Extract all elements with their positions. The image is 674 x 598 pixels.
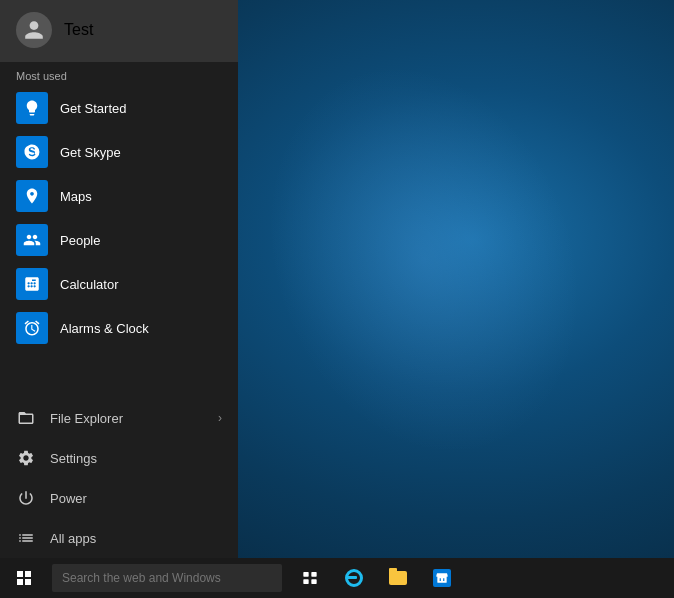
app-label: Calculator (60, 277, 119, 292)
app-label: Get Started (60, 101, 126, 116)
app-item-calculator[interactable]: Calculator (0, 262, 238, 306)
settings-icon (16, 448, 36, 468)
most-used-label: Most used (0, 62, 238, 86)
app-label: People (60, 233, 100, 248)
app-label: Get Skype (60, 145, 121, 160)
svg-rect-2 (303, 579, 308, 584)
taskbar-icons (290, 558, 462, 598)
svg-rect-1 (311, 572, 316, 577)
search-input[interactable] (52, 564, 282, 592)
skype-icon (16, 136, 48, 168)
svg-rect-3 (311, 579, 316, 584)
start-menu: Test Most used Get Started Get Skype Map… (0, 0, 238, 558)
file-explorer-icon (16, 408, 36, 428)
start-button[interactable] (0, 558, 48, 598)
edge-button[interactable] (334, 558, 374, 598)
edge-icon (345, 569, 363, 587)
task-view-icon (302, 570, 318, 586)
user-avatar (16, 12, 52, 48)
app-label: Maps (60, 189, 92, 204)
desktop: Test Most used Get Started Get Skype Map… (0, 0, 674, 598)
app-item-maps[interactable]: Maps (0, 174, 238, 218)
user-section[interactable]: Test (0, 0, 238, 62)
folder-icon (389, 571, 407, 585)
windows-logo-icon (17, 571, 31, 585)
app-item-get-skype[interactable]: Get Skype (0, 130, 238, 174)
arrow-icon: › (218, 411, 222, 425)
user-name: Test (64, 21, 93, 39)
alarm-icon (16, 312, 48, 344)
app-item-get-started[interactable]: Get Started (0, 86, 238, 130)
bottom-item-label: All apps (50, 531, 96, 546)
taskbar (0, 558, 674, 598)
bottom-item-label: Settings (50, 451, 97, 466)
store-button[interactable] (422, 558, 462, 598)
app-item-people[interactable]: People (0, 218, 238, 262)
bottom-item-label: Power (50, 491, 87, 506)
bottom-item-label: File Explorer (50, 411, 123, 426)
bottom-item-all-apps[interactable]: All apps (0, 518, 238, 558)
app-label: Alarms & Clock (60, 321, 149, 336)
all-apps-icon (16, 528, 36, 548)
store-icon (433, 569, 451, 587)
task-view-button[interactable] (290, 558, 330, 598)
svg-rect-0 (303, 572, 308, 577)
taskbar-file-explorer-button[interactable] (378, 558, 418, 598)
people-icon (16, 224, 48, 256)
calculator-icon (16, 268, 48, 300)
bottom-item-power[interactable]: Power (0, 478, 238, 518)
maps-icon (16, 180, 48, 212)
app-item-alarms-clock[interactable]: Alarms & Clock (0, 306, 238, 350)
power-icon (16, 488, 36, 508)
bottom-item-file-explorer[interactable]: File Explorer › (0, 398, 238, 438)
get-started-icon (16, 92, 48, 124)
bottom-item-settings[interactable]: Settings (0, 438, 238, 478)
